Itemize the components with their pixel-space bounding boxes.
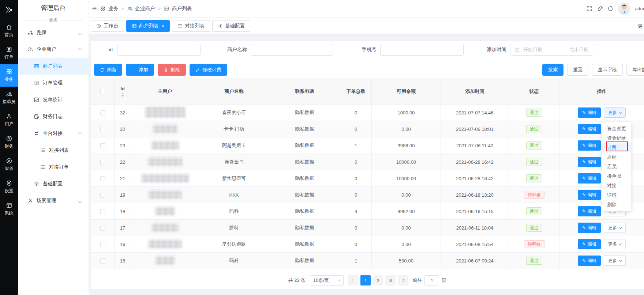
dropdown-item-detail[interactable]: 详情 xyxy=(602,190,631,200)
row-checkbox[interactable] xyxy=(100,160,105,165)
breadcrumb-item[interactable]: 企业商户 xyxy=(135,5,155,12)
page-button-2[interactable]: 2 xyxy=(373,275,383,285)
rail-item-home[interactable]: 首页 xyxy=(0,20,18,42)
collapse-menu-icon[interactable] xyxy=(91,6,97,11)
page-button-3[interactable]: 3 xyxy=(385,275,396,285)
edit-button[interactable]: ✎编辑 xyxy=(578,190,601,200)
export-data-button[interactable]: 导出数据 xyxy=(626,64,644,76)
menu-item-connect-list[interactable]: 对接列表 xyxy=(18,142,89,159)
theme-icon[interactable] xyxy=(597,5,603,12)
row-checkbox[interactable] xyxy=(100,209,105,214)
delete-button[interactable]: 删除 xyxy=(158,64,186,76)
refresh-button[interactable]: 刷新 xyxy=(94,64,122,76)
row-checkbox[interactable] xyxy=(100,226,105,231)
icon-rail: 首页 订单 业务 接单员 用户 财务 渠道 设置 系统 xyxy=(0,0,18,295)
rail-item-settings[interactable]: 设置 xyxy=(0,176,18,198)
more-button[interactable]: 更多 xyxy=(604,223,626,233)
rail-item-orders[interactable]: 订单 xyxy=(0,42,18,64)
show-fields-button[interactable]: 显示字段 xyxy=(592,64,623,76)
menu-item-dispatch-stats[interactable]: 发单统计 xyxy=(18,91,89,108)
cell-time: 2021-06-07 09:24 xyxy=(441,253,509,269)
cell-merchant: 码科 xyxy=(199,203,269,220)
cell-balance: 0.00 xyxy=(372,187,441,203)
edit-button[interactable]: ✎编辑 xyxy=(578,256,601,266)
rail-item-system[interactable]: 系统 xyxy=(0,198,18,220)
tab-connect-list[interactable]: 对接列表 xyxy=(172,20,210,32)
person-icon xyxy=(27,198,33,204)
edit-button[interactable]: ✎编辑 xyxy=(578,124,601,134)
sort-carets[interactable] xyxy=(121,92,124,97)
menu-item-enterprise-merchant[interactable]: 企业商户 xyxy=(18,41,89,58)
row-checkbox[interactable] xyxy=(100,242,105,247)
tab-merchant-list[interactable]: 商户列表 × xyxy=(126,20,170,32)
dropdown-item-funds-record[interactable]: 资金记录 xyxy=(602,133,631,143)
rail-item-courier[interactable]: 接单员 xyxy=(0,87,18,109)
dropdown-item-funds-change[interactable]: 资金变更 xyxy=(602,124,631,133)
page-button-1[interactable]: 1 xyxy=(360,275,371,285)
edit-button[interactable]: ✎编辑 xyxy=(578,157,601,167)
prev-page-button[interactable] xyxy=(348,275,358,285)
menu-item-merchant-list[interactable]: 商户列表 xyxy=(18,58,89,75)
refresh-icon[interactable] xyxy=(607,5,614,12)
row-checkbox[interactable] xyxy=(100,143,105,148)
row-checkbox[interactable] xyxy=(100,176,105,181)
modify-billing-button[interactable]: 修改计费 xyxy=(190,64,227,76)
table-row: 21 新州思即可 隐私数据 0 10000.00 2021-06-28 16:4… xyxy=(91,170,644,187)
rail-item-users[interactable]: 用户 xyxy=(0,109,18,131)
menu-item-connect-orders[interactable]: 对接订单 xyxy=(18,159,89,175)
menu-item-platform-connect[interactable]: 平台对接 xyxy=(18,125,89,142)
dropdown-item-billing[interactable]: 计费 xyxy=(602,143,631,152)
edit-button[interactable]: ✎编辑 xyxy=(578,223,601,233)
merchant-name-input[interactable] xyxy=(251,44,333,56)
reset-button[interactable]: 重置 xyxy=(567,64,588,76)
cell-time: 2021-06-18 13:20 xyxy=(441,187,509,203)
select-all-checkbox[interactable] xyxy=(100,89,105,94)
row-checkbox[interactable] xyxy=(100,193,105,198)
menu-item-scene-management[interactable]: 场景管理 xyxy=(18,192,89,209)
close-icon[interactable]: × xyxy=(162,23,165,29)
row-checkbox[interactable] xyxy=(100,127,105,132)
finance-icon xyxy=(6,135,12,142)
edit-button[interactable]: ✎编辑 xyxy=(578,107,601,118)
menu-item-basic-config[interactable]: 基础配置 xyxy=(18,175,89,192)
add-button[interactable]: 添加 xyxy=(126,64,154,76)
rail-item-label: 用户 xyxy=(5,121,14,127)
fullscreen-icon[interactable] xyxy=(586,5,592,12)
tab-basic-config[interactable]: 基础配置 xyxy=(212,20,250,32)
more-button[interactable]: 更多 xyxy=(604,107,626,118)
app-logo[interactable] xyxy=(0,0,18,20)
goto-page-input[interactable] xyxy=(424,275,439,285)
rail-item-finance[interactable]: 财务 xyxy=(0,131,18,154)
dropdown-item-connect[interactable]: 对接 xyxy=(602,181,631,190)
edit-button[interactable]: ✎编辑 xyxy=(578,239,601,249)
search-button[interactable]: 搜索 xyxy=(542,64,564,76)
menu-item-finance-log[interactable]: 财务日志 xyxy=(18,108,89,125)
phone-input[interactable] xyxy=(380,44,464,56)
edit-button[interactable]: ✎编辑 xyxy=(578,140,601,151)
username[interactable]: adm xyxy=(635,6,644,11)
dropdown-item-delete[interactable]: 删除 xyxy=(602,200,631,209)
column-id[interactable]: Id xyxy=(120,86,125,91)
next-page-button[interactable] xyxy=(398,275,408,285)
dropdown-item-courier[interactable]: 接单员 xyxy=(602,171,631,181)
edit-button[interactable]: ✎编辑 xyxy=(578,173,601,184)
dropdown-item-clerk[interactable]: 店员 xyxy=(602,162,631,171)
chevron-down-icon xyxy=(619,110,622,113)
avatar[interactable] xyxy=(618,3,630,15)
more-button[interactable]: 更多 xyxy=(604,256,626,266)
row-checkbox[interactable] xyxy=(100,110,105,116)
rail-item-channel[interactable]: 渠道 xyxy=(0,154,18,176)
tab-overflow-button[interactable]: 更多 xyxy=(638,18,644,35)
rail-item-business[interactable]: 业务 xyxy=(0,64,18,87)
more-button[interactable]: 更多 xyxy=(604,239,626,249)
date-range-picker[interactable]: 开始日期 结束日期 xyxy=(510,44,593,56)
menu-item-order-management[interactable]: 订单管理 xyxy=(18,75,89,91)
page-size-select[interactable]: 10条/页 xyxy=(310,275,344,285)
row-checkbox[interactable] xyxy=(100,258,105,264)
tab-workbench[interactable]: 工作台 xyxy=(91,20,124,32)
breadcrumb-item[interactable]: 业务 xyxy=(108,5,118,12)
edit-button[interactable]: ✎编辑 xyxy=(578,206,601,216)
id-input[interactable] xyxy=(117,44,201,56)
dropdown-item-shop[interactable]: 店铺 xyxy=(602,152,631,162)
menu-item-paotui[interactable]: 跑腿 xyxy=(18,24,89,41)
